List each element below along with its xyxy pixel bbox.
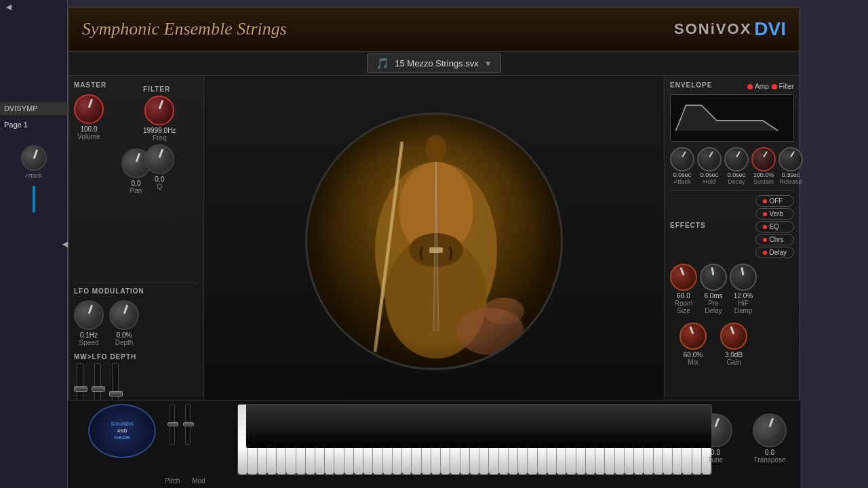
logo-gear: GEAR [111,434,134,441]
sidebar-page-label[interactable]: Page 1 [0,118,67,131]
verb-btn[interactable]: Verb [755,208,794,220]
gain-knob[interactable] [720,323,747,350]
sidebar-knob[interactable] [21,145,47,171]
attack-knob[interactable] [670,147,694,171]
lfo-speed-knob[interactable] [74,300,104,330]
bottom-fader-track-2[interactable] [185,404,191,445]
room-size-label: Room Size [670,300,697,314]
effects-knobs-row1: 68.0 Room Size 6.0ms Pre Delay 12.0% HiF… [670,261,757,317]
nav-left-arrow[interactable]: ◄ [0,0,67,14]
plugin-header: Symphonic Ensemble Strings SONiVOX DVI [68,7,800,52]
volume-label: Volume [77,133,100,140]
violin-circle [305,113,563,370]
octave-2 [373,405,441,474]
sustain-label: Sustain [753,178,774,185]
left-sidebar: ◄ DVISYMP Page 1 Attack [0,0,68,488]
bottom-vert-fader-2 [185,404,191,445]
mix-knob[interactable] [679,323,707,350]
chrs-btn[interactable]: Chrs [755,234,794,245]
bottom-section: SOUNDS AND GEAR Pitch Mod [68,400,800,488]
preset-dropdown-arrow[interactable]: ▼ [484,59,492,68]
gain-label: Gain [726,359,741,366]
piano-keys-row[interactable] [238,405,711,474]
bottom-fader-thumb-1[interactable] [167,422,178,426]
q-knob[interactable] [144,144,174,174]
delay-btn[interactable]: Delay [755,247,794,258]
envelope-svg [671,95,793,141]
pan-label: Pan [130,187,142,195]
effects-section: EFFECTS OFF Verb [670,190,794,369]
off-btn-label: OFF [769,197,783,205]
pitch-fader-thumb[interactable] [109,391,123,396]
volume-value: 100.0 [80,125,97,133]
master-section-label: MASTER [74,81,198,89]
octave-0 [238,405,306,474]
bottom-logo-text: SOUNDS AND GEAR [111,421,134,441]
freq-label: Freq [153,134,167,142]
filter-radio-label: Filter [779,83,794,90]
pre-delay-label: Pre Delay [700,300,727,314]
plugin-title: Symphonic Ensemble Strings [82,19,287,39]
filter-radio[interactable]: Filter [772,83,794,90]
bottom-faders [166,404,194,445]
q-value: 0.0 [155,176,164,183]
transpose-knob[interactable] [753,413,787,447]
effects-label: EFFECTS [670,222,706,229]
off-btn-dot [763,199,767,203]
preset-selector[interactable]: 🎵 15 Mezzo Strings.svx ▼ [367,54,500,73]
bottom-logo: SOUNDS AND GEAR [88,404,156,458]
filter-fader-thumb[interactable] [92,386,105,392]
lfo-depth-container: 0.0% Depth [109,300,139,346]
lfo-depth-knob[interactable] [109,300,139,330]
amp-radio-dot [747,84,753,89]
piano-keyboard[interactable]: .piano-white { flex:1; background:linear… [237,404,712,475]
envelope-header: ENVELOPE Amp Filter [670,81,794,92]
lfo-label: LFO MODULATION [74,287,198,295]
envelope-mode-buttons: Amp Filter [747,83,794,90]
filter-section-label: FILTER [143,85,176,93]
logo-sounds: SOUNDS [111,421,134,428]
amp-fader-thumb[interactable] [74,386,87,392]
attack-label: Attack [673,178,690,185]
sidebar-dvisymp-label: DVISYMP [0,102,67,115]
pan-value: 0.0 [132,180,141,187]
attack-item: 0.0sec Attack [670,147,694,185]
q-label: Q [157,183,162,190]
hold-item: 0.0sec Hold [697,147,722,185]
lfo-depth-label: Depth [115,339,134,346]
brand-dvi: DVI [754,18,786,40]
release-item: 0.3sec Release [778,147,803,185]
hif-damp-container: 12.0% HiF Damp [730,264,757,314]
verb-btn-dot [763,212,767,216]
amp-radio-label: Amp [755,83,769,90]
room-size-knob[interactable] [670,264,697,291]
transpose-container: 0.0 Transpose [753,413,787,464]
black-key-6-4[interactable] [700,405,712,448]
octave-1 [306,405,374,474]
hif-damp-knob[interactable] [730,264,757,291]
amp-radio[interactable]: Amp [747,83,769,90]
octave-4 [509,405,576,474]
pitch-bottom-label: Pitch [165,477,180,485]
pre-delay-knob[interactable] [700,264,727,291]
hold-knob[interactable] [697,147,722,171]
decay-value: 0.0sec [728,171,746,178]
envelope-display [670,94,794,142]
bottom-fader-thumb-2[interactable] [183,422,194,426]
brand-logo: SONiVOX [674,20,751,38]
q-knob-container: 0.0 Q [143,144,176,190]
preset-icon: 🎵 [376,57,389,70]
off-btn[interactable]: OFF [755,195,794,207]
decay-item: 0.0sec Decay [724,147,749,185]
sustain-knob[interactable] [751,147,776,171]
decay-knob[interactable] [724,147,749,171]
envelope-knobs-row: 0.0sec Attack 0.0sec Hold 0.0sec Decay [670,147,794,185]
bottom-fader-track-1[interactable] [170,404,175,445]
envelope-label: ENVELOPE [670,81,712,89]
freq-knob[interactable] [144,96,174,125]
room-size-value: 68.0 [677,292,690,300]
release-knob[interactable] [778,147,803,171]
delay-btn-dot [763,251,767,255]
eq-btn[interactable]: EQ [755,221,794,232]
volume-knob[interactable] [74,94,104,124]
